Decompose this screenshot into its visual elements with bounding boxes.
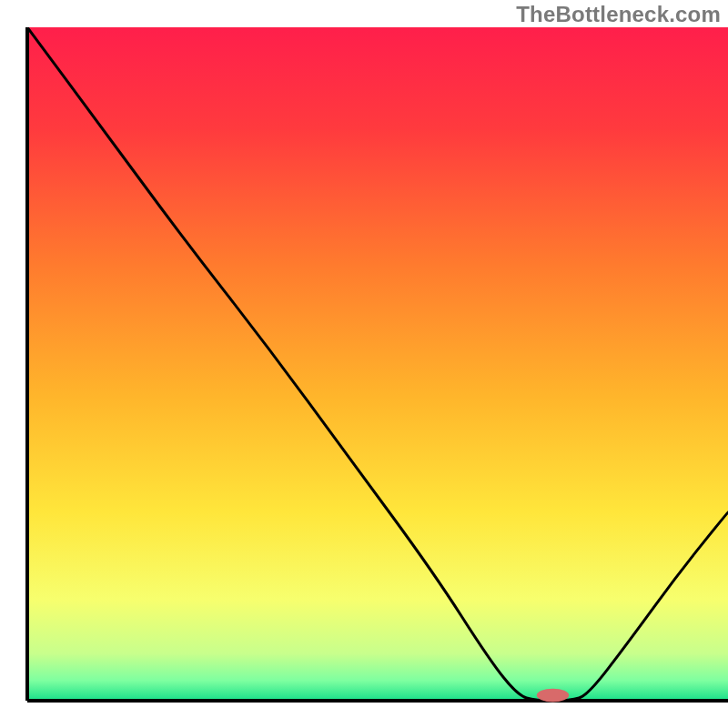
watermark-text: TheBottleneck.com: [516, 2, 721, 27]
optimum-marker: [537, 689, 569, 703]
gradient-background: [27, 27, 728, 701]
chart-container: TheBottleneck.com: [0, 0, 728, 728]
bottleneck-chart: [0, 0, 728, 728]
